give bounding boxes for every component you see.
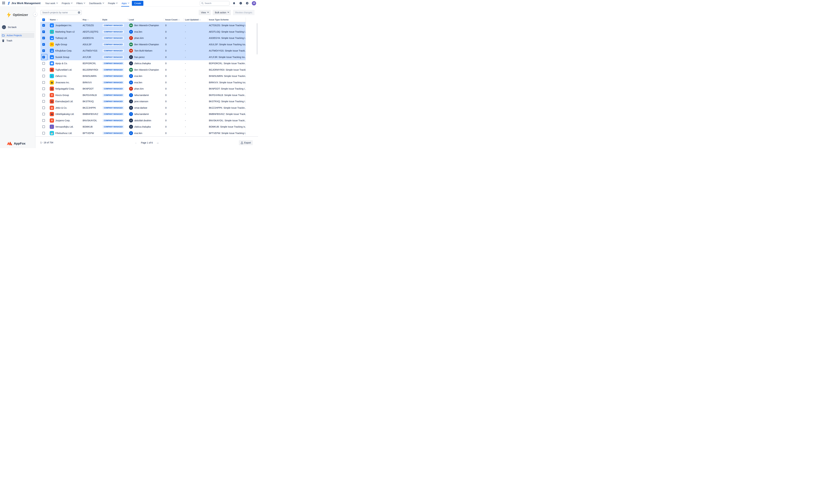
table-row[interactable]: ▤Etamubazjod Ltd. BKSTRXQ COMPANY MANAGE… [40, 98, 245, 105]
table-row[interactable]: ◐Vensazofojku Ltd. BOMKUB COMPANY MANAGE… [40, 124, 245, 130]
header-select-all-cell[interactable]: ✓ [40, 17, 48, 22]
last-updated: - [184, 35, 207, 41]
row-checkbox[interactable] [42, 132, 45, 135]
row-checkbox[interactable] [42, 75, 45, 77]
nav-item-projects[interactable]: Projects [62, 0, 72, 7]
project-name: Jebiz & Co. [55, 107, 67, 109]
row-checkbox[interactable]: ✓ [42, 43, 45, 46]
export-icon [241, 142, 243, 144]
select-all-checkbox[interactable]: ✓ [42, 18, 45, 21]
sidebar-collapse-button[interactable]: ‹ [33, 12, 37, 16]
row-checkbox[interactable]: ✓ [42, 56, 45, 58]
pagination: ← Page 1 of 6 → [35, 141, 258, 144]
help-icon[interactable]: ? [239, 1, 242, 5]
nav-item-your-work[interactable]: Your work [45, 0, 57, 7]
table-row[interactable]: ✓ ☁Tuthooj Ltd. ASOEGYA COMPANY MANAGED … [40, 35, 245, 41]
nav-item-dashboards[interactable]: Dashboards [89, 0, 104, 7]
global-search[interactable] [200, 1, 229, 6]
bulk-action-button[interactable]: Bulk action [213, 10, 231, 15]
row-checkbox[interactable]: ✓ [42, 30, 45, 33]
notifications-icon[interactable] [232, 1, 236, 5]
row-checkbox[interactable] [42, 68, 45, 71]
chevron-down-icon [103, 2, 104, 4]
row-checkbox[interactable] [42, 119, 45, 122]
project-key: BGJORMYROI [81, 67, 101, 73]
style-badge: COMPANY MANAGED [103, 87, 124, 90]
project-search[interactable]: × [40, 10, 82, 15]
sidebar-item-active-projects[interactable]: Active Projects [1, 33, 34, 38]
table-row[interactable]: ☎Apoju & Co. BDPIORCRL COMPANY MANAGED Z… [40, 60, 245, 67]
row-checkbox[interactable]: ✓ [42, 24, 45, 27]
project-icon: ▤ [50, 87, 54, 91]
column-header-last-updated[interactable]: Last Updated▲▼ [184, 17, 207, 22]
table-row[interactable]: ⚒Hovzu Group BKPGVHNLB COMPANY MANAGED T… [40, 92, 245, 99]
review-changes-button[interactable]: Review changes [233, 10, 255, 15]
view-button[interactable]: View [199, 10, 211, 15]
nav-item-people[interactable]: People [108, 0, 117, 7]
table-row[interactable]: ✓ ☁Kihujlufuw Corp. AUTMOVYGS COMPANY MA… [40, 47, 245, 54]
next-page-arrow-icon[interactable]: → [156, 141, 159, 144]
create-button[interactable]: Create [132, 1, 143, 6]
table-row[interactable]: ▥Jebiz & Co. BKZZJHPPK COMPANY MANAGED O… [40, 105, 245, 111]
column-header-issue-count[interactable]: Issue Count▲▼ [164, 17, 184, 22]
sidebar: ‹ Optimizer ← Go back Active Projects Tr… [0, 7, 35, 148]
row-checkbox[interactable]: ✓ [42, 49, 45, 52]
style-badge: COMPANY MANAGED [103, 119, 124, 122]
sort-arrows-icon[interactable]: ▲▼ [199, 19, 200, 21]
app-switcher-icon[interactable] [2, 2, 6, 5]
last-updated: - [184, 79, 207, 86]
style-badge: COMPANY MANAGED [103, 62, 124, 65]
sort-arrows-icon[interactable]: ▲▼ [88, 19, 89, 21]
row-checkbox[interactable] [42, 81, 45, 84]
column-header-name[interactable]: Name▲▼ [48, 17, 81, 22]
table-row[interactable]: ◉Uletefojakukig Ltd. BMBNFBSVKZ COMPANY … [40, 111, 245, 117]
project-name: Zafuczi Inc. [55, 75, 67, 77]
project-name: Juupobejani Inc. [55, 24, 72, 27]
nav-item-apps[interactable]: Apps [122, 0, 129, 7]
table-row[interactable]: ⚒Josjanro Corp. BNVSKAYOIL COMPANY MANAG… [40, 117, 245, 124]
go-back-button[interactable]: ← Go back [2, 25, 35, 29]
row-checkbox[interactable] [42, 100, 45, 103]
row-checkbox[interactable] [42, 94, 45, 97]
user-avatar[interactable]: JR [252, 1, 256, 5]
row-checkbox[interactable] [42, 113, 45, 115]
project-key: AEOTLOQTFG [81, 29, 101, 35]
project-name: Uletefojakukig Ltd. [55, 113, 74, 115]
jira-brand[interactable]: Jira Work Management [7, 2, 40, 5]
table-row[interactable]: ▣Jinaceara Inc. BIRKIVX COMPANY MANAGED … [40, 79, 245, 86]
table-row[interactable]: ☕Fiheluohvuc Ltd. BPTVEPW COMPANY MANAGE… [40, 130, 245, 137]
table-row[interactable]: ✓ ▲Juupobejani Inc. ACTDGZG COMPANY MANA… [40, 22, 245, 29]
style-badge: COMPANY MANAGED [103, 132, 124, 135]
clear-search-icon[interactable]: × [78, 11, 80, 14]
sort-arrows-icon[interactable]: ▲▼ [56, 19, 57, 21]
nav-item-filters[interactable]: Filters [76, 0, 85, 7]
settings-gear-icon[interactable] [245, 1, 249, 5]
lead-avatar: E [129, 131, 133, 135]
project-key: BKZZJHPPK [81, 105, 101, 111]
export-button[interactable]: Export [239, 140, 253, 145]
lead-avatar: J [129, 100, 133, 103]
table-row[interactable]: ✓ ☁Susiok Group AYLFJR COMPANY MANAGED F… [40, 54, 245, 60]
table-row[interactable]: ◉Tujifunekbel Ltd. BGJORMYROI COMPANY MA… [40, 67, 245, 73]
lead-name: fran.perez [134, 56, 145, 58]
table-row[interactable]: ▤Nelgutagaful Corp. BKNPDDT COMPANY MANA… [40, 86, 245, 92]
column-header-key[interactable]: Key▲▼ [81, 17, 101, 22]
table-row[interactable]: ✓ ⚑Agfo Group ASULSF COMPANY MANAGED BWB… [40, 41, 245, 48]
top-nav: Jira Work Management Your workProjectsFi… [0, 0, 258, 7]
sort-arrows-icon[interactable]: ▲▼ [178, 19, 179, 21]
global-search-input[interactable] [205, 2, 224, 4]
column-header-issue-type-scheme: Issue Type Scheme [207, 17, 246, 22]
scrollbar-thumb[interactable] [257, 23, 258, 54]
table-row[interactable]: ☻Zafuczi Inc. BHWSUMRN COMPANY MANAGED E… [40, 73, 245, 79]
nav-menu: Your workProjectsFiltersDashboardsPeople… [45, 0, 129, 7]
prev-page-arrow-icon[interactable]: ← [135, 141, 137, 144]
row-checkbox[interactable] [42, 62, 45, 65]
row-checkbox[interactable] [42, 126, 45, 128]
project-search-input[interactable] [42, 11, 78, 14]
row-checkbox[interactable] [42, 88, 45, 90]
row-checkbox[interactable] [42, 107, 45, 109]
style-badge: COMPANY MANAGED [103, 113, 124, 116]
table-row[interactable]: ✓ ◎Marketing Team v2 AEOTLOQTFG COMPANY … [40, 29, 245, 35]
row-checkbox[interactable]: ✓ [42, 37, 45, 39]
sidebar-item-trash[interactable]: Trash [1, 38, 34, 43]
